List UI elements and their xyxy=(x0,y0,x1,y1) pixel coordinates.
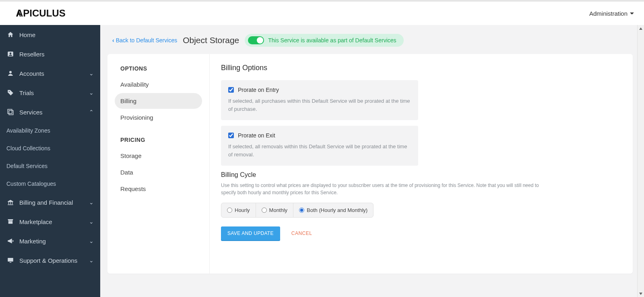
action-buttons: SAVE AND UPDATE CANCEL xyxy=(221,226,621,240)
radio-both[interactable]: Both (Hourly and Monthly) xyxy=(293,203,373,217)
logo: APICULUS xyxy=(16,8,80,19)
prorate-entry-label: Prorate on Entry xyxy=(238,87,279,93)
radio-monthly-label: Monthly xyxy=(269,207,288,213)
sidebar-item-marketplace[interactable]: Marketplace ⌄ xyxy=(0,212,100,231)
sidebar-item-label: Custom Catalogues xyxy=(6,181,56,187)
page-title: Object Storage xyxy=(183,35,239,45)
sidebar-item-trials[interactable]: Trials ⌄ xyxy=(0,83,100,102)
sidebar: Home Resellers Accounts ⌄ Trials ⌄ xyxy=(0,25,100,297)
pricing-requests[interactable]: Requests xyxy=(115,181,202,197)
option-availability[interactable]: Availability xyxy=(115,77,202,92)
option-label: Data xyxy=(120,169,133,176)
cancel-button[interactable]: CANCEL xyxy=(291,231,312,236)
sidebar-item-label: Marketing xyxy=(19,238,46,245)
radio-monthly[interactable]: Monthly xyxy=(256,203,294,217)
svg-text:APICULUS: APICULUS xyxy=(16,8,66,19)
radio-hourly-input[interactable] xyxy=(227,208,232,213)
billing-cycle-radio-group: Hourly Monthly Both (Hourly and Monthly) xyxy=(221,203,374,218)
svg-point-5 xyxy=(9,91,10,92)
services-icon xyxy=(6,108,14,116)
chevron-down-icon: ⌄ xyxy=(89,257,94,264)
option-provisioning[interactable]: Provisioning xyxy=(115,110,202,125)
sidebar-subitem-cloud-collections[interactable]: Cloud Collections xyxy=(0,139,100,157)
sidebar-item-label: Cloud Collections xyxy=(6,145,50,152)
svg-rect-6 xyxy=(8,109,12,114)
svg-rect-11 xyxy=(8,204,13,205)
sidebar-item-label: Default Services xyxy=(6,163,47,169)
radio-monthly-input[interactable] xyxy=(262,208,267,213)
user-card-icon xyxy=(6,50,14,58)
monitor-icon xyxy=(6,256,14,264)
sidebar-item-label: Marketplace xyxy=(19,218,52,225)
svg-rect-7 xyxy=(9,110,13,115)
section-title: Billing Options xyxy=(221,64,621,72)
svg-point-3 xyxy=(10,52,12,54)
sidebar-item-support-operations[interactable]: Support & Operations ⌄ xyxy=(0,251,100,270)
content-column: Billing Options Prorate on Entry If sele… xyxy=(210,54,633,274)
scrollbar[interactable] xyxy=(637,25,644,297)
administration-menu[interactable]: Administration xyxy=(589,10,634,17)
prorate-exit-checkbox[interactable] xyxy=(228,133,234,138)
sidebar-subitem-default-services[interactable]: Default Services xyxy=(0,157,100,175)
radio-hourly-label: Hourly xyxy=(235,207,250,213)
billing-cycle-title: Billing Cycle xyxy=(221,171,621,179)
sidebar-item-marketing[interactable]: Marketing ⌄ xyxy=(0,231,100,251)
page-header: ‹ Back to Default Services Object Storag… xyxy=(100,25,644,54)
prorate-entry-checkbox[interactable] xyxy=(228,87,234,93)
svg-rect-9 xyxy=(10,202,11,204)
prorate-exit-description: If selected, all removals within this De… xyxy=(228,143,411,158)
scroll-up-icon[interactable] xyxy=(638,26,643,31)
svg-rect-10 xyxy=(12,202,13,204)
chevron-down-icon: ⌄ xyxy=(89,70,94,77)
save-button[interactable]: SAVE AND UPDATE xyxy=(221,226,280,240)
administration-label: Administration xyxy=(589,10,627,17)
sidebar-item-label: Billing and Financial xyxy=(19,199,73,206)
svg-rect-13 xyxy=(8,258,13,262)
chevron-up-icon: ⌃ xyxy=(89,109,94,115)
options-column: OPTIONS Availability Billing Provisionin… xyxy=(107,54,210,274)
service-enabled-toggle[interactable] xyxy=(248,36,264,44)
sidebar-item-label: Accounts xyxy=(19,70,44,77)
pricing-storage[interactable]: Storage xyxy=(115,148,202,164)
service-status-pill: This Service is available as part of Def… xyxy=(245,34,403,47)
sidebar-item-services[interactable]: Services ⌃ xyxy=(0,102,100,122)
svg-rect-12 xyxy=(8,221,13,224)
sidebar-subitem-custom-catalogues[interactable]: Custom Catalogues xyxy=(0,175,100,193)
sidebar-item-resellers[interactable]: Resellers xyxy=(0,44,100,64)
scroll-down-icon[interactable] xyxy=(638,291,643,296)
option-label: Requests xyxy=(120,185,146,192)
prorate-entry-description: If selected, all purchases within this D… xyxy=(228,97,411,113)
billing-cycle-description: Use this setting to control what prices … xyxy=(221,182,543,196)
bank-icon xyxy=(6,198,14,206)
sidebar-item-billing-financial[interactable]: Billing and Financial ⌄ xyxy=(0,193,100,212)
chevron-down-icon: ⌄ xyxy=(89,238,94,244)
sidebar-item-home[interactable]: Home xyxy=(0,25,100,44)
sidebar-item-label: Trials xyxy=(19,89,34,96)
megaphone-icon xyxy=(6,237,14,245)
sidebar-item-label: Home xyxy=(19,31,35,38)
prorate-exit-label: Prorate on Exit xyxy=(238,132,275,139)
option-label: Billing xyxy=(120,98,136,104)
main-content: ‹ Back to Default Services Object Storag… xyxy=(100,25,644,297)
radio-both-input[interactable] xyxy=(299,208,304,213)
pricing-data[interactable]: Data xyxy=(115,164,202,180)
back-link[interactable]: ‹ Back to Default Services xyxy=(112,37,177,44)
radio-both-label: Both (Hourly and Monthly) xyxy=(307,207,367,213)
tag-icon xyxy=(6,89,14,97)
chevron-left-icon: ‹ xyxy=(112,37,114,44)
svg-marker-15 xyxy=(639,27,642,30)
option-billing[interactable]: Billing xyxy=(115,93,202,109)
option-label: Availability xyxy=(120,81,149,88)
accounts-icon xyxy=(6,69,14,77)
svg-marker-16 xyxy=(639,293,642,295)
radio-hourly[interactable]: Hourly xyxy=(221,203,256,217)
chevron-down-icon: ⌄ xyxy=(89,89,94,96)
prorate-exit-box: Prorate on Exit If selected, all removal… xyxy=(221,126,418,166)
prorate-entry-box: Prorate on Entry If selected, all purcha… xyxy=(221,80,418,120)
topbar: APICULUS Administration xyxy=(0,0,644,25)
options-header: OPTIONS xyxy=(115,65,202,72)
back-link-label: Back to Default Services xyxy=(116,37,178,44)
sidebar-subitem-availability-zones[interactable]: Availability Zones xyxy=(0,122,100,139)
chevron-down-icon: ⌄ xyxy=(89,199,94,206)
sidebar-item-accounts[interactable]: Accounts ⌄ xyxy=(0,64,100,83)
